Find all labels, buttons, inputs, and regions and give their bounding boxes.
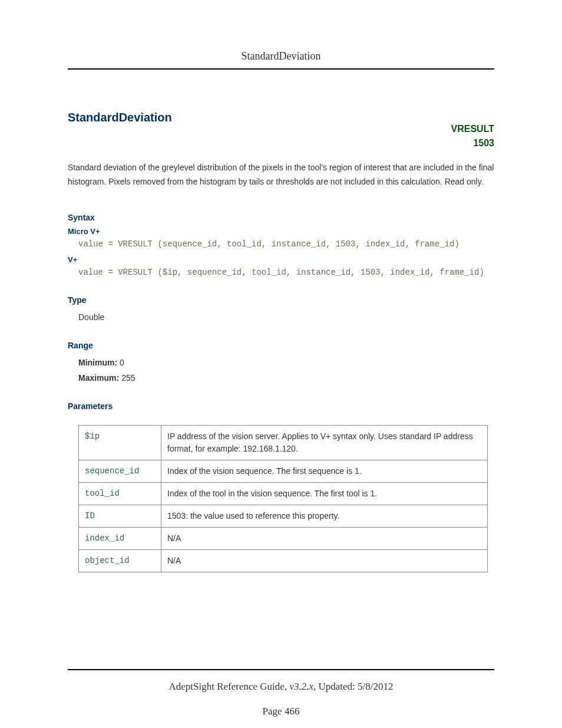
param-name: object_id: [79, 549, 161, 572]
table-row: object_id N/A: [79, 549, 488, 572]
param-desc: 1503: the value used to reference this p…: [161, 505, 488, 527]
param-desc: N/A: [161, 549, 488, 572]
type-heading: Type: [68, 295, 494, 305]
range-min-label: Minimum:: [78, 358, 117, 367]
footer-guide: AdeptSight Reference Guide: [168, 681, 284, 692]
micro-vplus-label: Micro V+: [68, 227, 494, 236]
param-name: index_id: [79, 527, 161, 549]
page-number: Page 466: [0, 706, 562, 717]
param-desc: IP address of the vision server. Applies…: [161, 425, 488, 460]
page-footer: AdeptSight Reference Guide, v3.2.x, Upda…: [68, 669, 494, 693]
table-row: $ip IP address of the vision server. App…: [79, 425, 488, 460]
param-desc: N/A: [161, 527, 488, 549]
range-min-value: 0: [120, 358, 124, 367]
range-heading: Range: [68, 341, 494, 350]
range-min: Minimum: 0: [78, 355, 494, 371]
param-name: ID: [79, 505, 161, 527]
table-row: index_id N/A: [79, 527, 488, 549]
vplus-label: V+: [68, 255, 494, 264]
page-label: Page: [263, 706, 282, 717]
result-badge: VRESULT 1503: [68, 122, 494, 150]
footer-version: v3.2.x: [289, 681, 313, 692]
param-desc: Index of the vision sequence. The first …: [161, 460, 488, 482]
micro-vplus-code: value = VRESULT (sequence_id, tool_id, i…: [78, 237, 494, 252]
param-name: $ip: [79, 425, 161, 460]
vplus-code: value = VRESULT ($ip, sequence_id, tool_…: [78, 265, 494, 280]
footer-updated-label: Updated:: [318, 681, 355, 692]
table-row: tool_id Index of the tool in the vision …: [79, 482, 488, 505]
range-max-label: Maximum:: [78, 373, 119, 383]
description-text: Standard deviation of the greylevel dist…: [68, 161, 494, 189]
range-max-value: 255: [121, 373, 135, 383]
param-name: sequence_id: [79, 460, 161, 482]
range-max: Maximum: 255: [78, 370, 494, 386]
parameters-heading: Parameters: [68, 401, 494, 411]
table-row: ID 1503: the value used to reference thi…: [79, 505, 488, 527]
page-num: 466: [285, 706, 300, 717]
type-value: Double: [78, 309, 494, 325]
running-header: StandardDeviation: [68, 50, 494, 70]
table-row: sequence_id Index of the vision sequence…: [79, 460, 488, 482]
param-desc: Index of the tool in the vision sequence…: [161, 482, 488, 505]
syntax-heading: Syntax: [68, 213, 494, 222]
param-name: tool_id: [79, 482, 161, 505]
parameters-table: $ip IP address of the vision server. App…: [78, 425, 488, 572]
badge-line2: 1503: [68, 136, 494, 150]
footer-updated: 5/8/2012: [358, 681, 393, 692]
